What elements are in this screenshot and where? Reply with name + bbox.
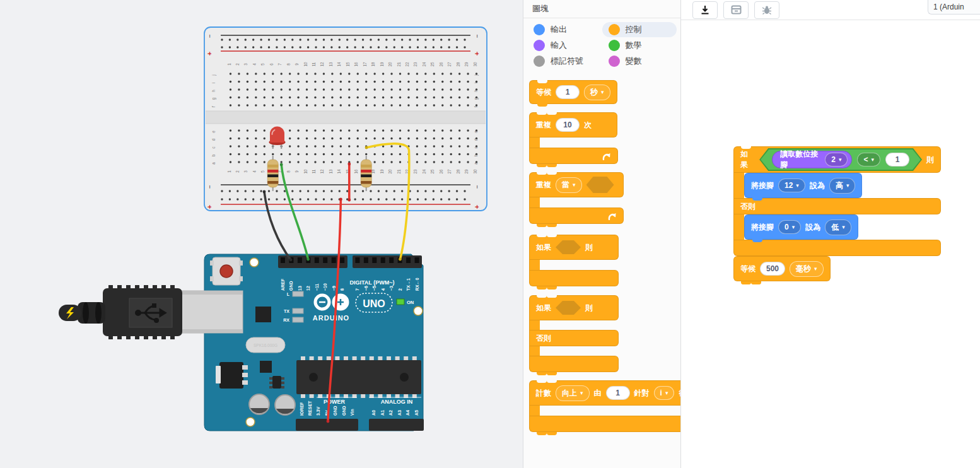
condition-slot[interactable] [556, 301, 581, 315]
led-tx [293, 308, 303, 313]
svg-text:9: 9 [295, 170, 299, 173]
set-pin-low-block[interactable]: 將接腳 0▾ 設為 低▾ [744, 214, 858, 240]
set-pin-dropdown[interactable]: 12▾ [778, 178, 805, 192]
comparison-value-input[interactable]: 1 [885, 153, 909, 167]
workspace-script[interactable]: 如果 讀取數位接腳 2▾ <▾ 1 則 將接腳 12▾ 設為 [733, 146, 941, 281]
svg-text:21: 21 [397, 62, 401, 67]
category-output[interactable]: 輸出 [527, 22, 602, 37]
svg-text:4: 4 [381, 288, 385, 291]
svg-text:13: 13 [298, 286, 302, 291]
on-led [397, 299, 404, 305]
debug-button[interactable] [754, 1, 779, 19]
brand-label: ARDUINO [313, 314, 349, 322]
svg-text:8: 8 [286, 170, 291, 173]
chevron-down-icon: ▾ [796, 183, 799, 189]
set-pin-dropdown[interactable]: 0▾ [778, 220, 801, 234]
repeat-count-input[interactable]: 10 [556, 118, 580, 132]
wait-ms-block[interactable]: 等候 500 毫秒▾ [733, 256, 831, 281]
set-value-dropdown[interactable]: 低▾ [825, 219, 851, 235]
svg-text:13: 13 [329, 62, 333, 67]
power-title: POWER [324, 399, 346, 405]
on-label: ON [407, 300, 414, 305]
palette-wait-block[interactable]: 等候 1 秒▾ [529, 80, 617, 104]
palette-repeat-times-block[interactable]: 重複 10 次 [529, 112, 680, 164]
set-value-dropdown[interactable]: 高▾ [829, 178, 856, 194]
mount-hole [246, 418, 255, 426]
category-control[interactable]: 控制 [602, 22, 677, 37]
svg-text:28: 28 [456, 62, 460, 67]
arduino-uno-board[interactable]: AREFGND1312~11~10~987~6~54~32TX→1RX←0IOR… [204, 254, 424, 431]
palette-if-else-block[interactable]: 如果 則 否則 [529, 295, 680, 372]
wait-unit-dropdown[interactable]: 毫秒▾ [790, 261, 824, 277]
svg-text:i: i [211, 83, 216, 83]
svg-text:b: b [474, 154, 478, 156]
palette-if-block[interactable]: 如果 則 [529, 235, 680, 286]
code-workspace[interactable]: 1 (Arduin 如果 讀取數位接腳 2▾ <▾ 1 則 [681, 0, 980, 468]
led-rx [293, 317, 303, 322]
crystal-label: SPK16.000G [254, 343, 277, 348]
svg-text:A2: A2 [388, 410, 393, 416]
count-step-input[interactable]: 1 [606, 386, 630, 400]
resistor[interactable] [267, 156, 278, 191]
resistor[interactable] [361, 156, 371, 191]
category-input[interactable]: 輸入 [527, 38, 602, 53]
mount-hole [414, 307, 423, 315]
chevron-down-icon: ▾ [839, 157, 842, 163]
wait-value-input[interactable]: 1 [556, 85, 580, 99]
category-math[interactable]: 數學 [602, 38, 677, 53]
else-bar[interactable]: 否則 [733, 198, 941, 214]
svg-text:12: 12 [320, 169, 324, 174]
chevron-down-icon: ▾ [842, 225, 845, 230]
svg-text:25: 25 [430, 62, 435, 67]
circuit-canvas[interactable]: 1122334455667788991010111112121313141415… [0, 0, 523, 468]
variables-color-dot [609, 56, 620, 67]
svg-text:4: 4 [252, 170, 257, 173]
board-selector[interactable]: 1 (Arduin [928, 0, 980, 15]
reset-button[interactable] [210, 257, 243, 285]
if-block[interactable]: 如果 讀取數位接腳 2▾ <▾ 1 則 [733, 146, 941, 173]
comparison-block[interactable]: 讀取數位接腳 2▾ <▾ 1 [759, 148, 922, 171]
count-var-dropdown[interactable]: i▾ [654, 386, 675, 400]
svg-text:16: 16 [354, 169, 358, 174]
svg-text:12: 12 [320, 62, 324, 67]
digital-header-right[interactable] [353, 255, 422, 268]
repeat-while-dropdown[interactable]: 當▾ [556, 177, 582, 193]
analog-header[interactable] [369, 419, 424, 431]
breadboard[interactable]: 1122334455667788991010111112121313141415… [204, 27, 487, 211]
count-direction-dropdown[interactable]: 向上▾ [556, 385, 590, 401]
palette-repeat-while-block[interactable]: 重複 當▾ [529, 172, 680, 224]
svg-text:7: 7 [277, 63, 282, 66]
condition-slot[interactable] [556, 240, 581, 254]
category-variables[interactable]: 變數 [602, 54, 677, 69]
category-notation[interactable]: 標記符號 [527, 54, 602, 69]
condition-slot[interactable] [586, 177, 614, 193]
capacitor [249, 394, 269, 414]
usb-cable[interactable] [59, 285, 243, 339]
svg-text:8: 8 [340, 288, 344, 291]
wait-unit-dropdown[interactable]: 秒▾ [584, 85, 610, 100]
operator-dropdown[interactable]: <▾ [857, 153, 880, 167]
svg-text:3.3V: 3.3V [316, 406, 320, 416]
svg-text:3: 3 [243, 170, 248, 173]
palette-blocks: 等候 1 秒▾ 重複 10 次 重複 當▾ [523, 70, 680, 432]
svg-text:−: − [206, 34, 213, 38]
chevron-down-icon: ▾ [814, 266, 817, 272]
download-button[interactable] [692, 1, 718, 19]
svg-text:10: 10 [303, 62, 308, 67]
set-pin-high-block[interactable]: 將接腳 12▾ 設為 高▾ [744, 173, 862, 198]
svg-text:7: 7 [355, 288, 359, 291]
svg-text:26: 26 [439, 169, 443, 174]
archive-button[interactable] [723, 1, 749, 19]
svg-text:~10: ~10 [323, 283, 327, 291]
palette-count-block[interactable]: 計數 向上▾ 由 1 針對 i▾ 從 [529, 380, 680, 432]
read-digital-pin-block[interactable]: 讀取數位接腳 2▾ [772, 151, 852, 168]
chevron-down-icon: ▾ [846, 183, 849, 189]
svg-text:1: 1 [227, 63, 231, 66]
wait-value-input[interactable]: 500 [760, 262, 785, 276]
svg-text:TX→1: TX→1 [406, 278, 411, 291]
svg-text:RESET: RESET [308, 401, 312, 416]
pin-dropdown[interactable]: 2▾ [825, 153, 848, 167]
svg-text:A0: A0 [371, 410, 376, 416]
if-block-foot[interactable] [733, 240, 941, 256]
chevron-down-icon: ▾ [792, 225, 795, 230]
